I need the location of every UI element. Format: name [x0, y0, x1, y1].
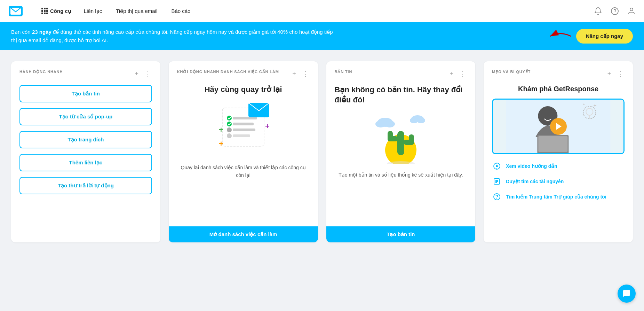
tips-link-video[interactable]: Xem video hướng dẫn: [492, 161, 625, 171]
notification-icon[interactable]: [593, 6, 604, 17]
newsletter-actions: + ⋮: [447, 70, 467, 78]
svg-point-11: [227, 116, 232, 120]
svg-text:+: +: [265, 122, 270, 131]
tips-links: Xem video hướng dẫn Duyệt tìm các tài ng…: [492, 161, 625, 202]
create-popup-btn[interactable]: Tạo từ cửa sổ pop-up: [19, 108, 152, 125]
header: Công cụ Liên lạc Tiếp thị qua email Báo …: [0, 0, 644, 22]
tips-header: MẸO VÀ BÍ QUYẾT + ⋮: [492, 70, 625, 78]
quick-actions-more-icon[interactable]: ⋮: [144, 70, 152, 78]
newsletter-title: BẢN TIN: [335, 70, 352, 74]
banner-text-part2: để dùng thử các tính năng cao cấp của ch…: [11, 29, 333, 43]
svg-rect-8: [233, 123, 254, 125]
create-autoresponder-btn[interactable]: Tạo thư trả lời tự động: [19, 177, 152, 194]
quick-actions-actions: + ⋮: [133, 70, 152, 78]
create-newsletter-btn[interactable]: Tạo bản tin: [19, 85, 152, 102]
checklist-header: KHỞI ĐỘNG NHANH DANH SÁCH VIỆC CẦN LÀM +…: [177, 70, 310, 78]
upgrade-banner: Bạn còn 23 ngày để dùng thử các tính năn…: [0, 22, 644, 50]
quick-actions-card: HÀNH ĐỘNG NHANH + ⋮ Tạo bản tin Tạo từ c…: [11, 61, 160, 242]
tips-card: MẸO VÀ BÍ QUYẾT + ⋮ Khám phá GetResponse: [484, 61, 633, 242]
banner-days: 23 ngày: [32, 29, 51, 35]
checklist-more-icon[interactable]: ⋮: [301, 70, 310, 78]
svg-rect-23: [388, 131, 393, 141]
tips-link-help[interactable]: Tìm kiếm Trung tâm Trợ giúp của chúng tô…: [492, 192, 625, 202]
chat-button[interactable]: [618, 285, 636, 303]
newsletter-add-icon[interactable]: +: [447, 70, 456, 78]
svg-rect-24: [409, 134, 414, 145]
tools-label: Công cụ: [50, 8, 71, 14]
grid-icon: [41, 8, 48, 14]
checklist-main-title: Hãy cùng quay trở lại: [177, 85, 310, 94]
svg-text:+: +: [219, 125, 223, 134]
tips-actions: + ⋮: [605, 70, 625, 78]
create-landing-page-btn[interactable]: Tạo trang đích: [19, 131, 152, 148]
svg-point-42: [496, 165, 498, 167]
header-divider: [30, 4, 30, 18]
svg-point-13: [227, 127, 232, 132]
svg-rect-9: [233, 129, 255, 131]
logo[interactable]: [7, 4, 24, 18]
user-icon[interactable]: [626, 6, 637, 17]
tips-link-help-label: Tìm kiếm Trung tâm Trợ giúp của chúng tô…: [506, 194, 606, 200]
play-button[interactable]: [550, 118, 567, 135]
logo-icon: [9, 6, 23, 16]
checklist-illustration: + + +: [177, 101, 310, 157]
play-triangle-icon: [556, 123, 562, 130]
svg-point-2: [611, 8, 618, 15]
upgrade-button[interactable]: Nâng cấp ngay: [576, 29, 633, 44]
banner-text: Bạn còn 23 ngày để dùng thử các tính năn…: [11, 28, 333, 45]
tips-link-video-label: Xem video hướng dẫn: [506, 163, 557, 169]
svg-text:✦: ✦: [583, 102, 586, 106]
svg-point-12: [227, 122, 232, 126]
nav-links: Liên lạc Tiếp thị qua email Báo cáo: [77, 0, 198, 22]
newsletter-illustration: [335, 112, 467, 164]
newsletter-more-icon[interactable]: ⋮: [459, 70, 467, 78]
quick-actions-title: HÀNH ĐỘNG NHANH: [19, 70, 63, 74]
header-nav: Công cụ Liên lạc Tiếp thị qua email Báo …: [36, 0, 593, 22]
checklist-actions: + ⋮: [290, 70, 310, 78]
svg-point-50: [496, 198, 497, 199]
banner-text-part1: Bạn còn: [11, 29, 32, 35]
nav-link-lien-lac[interactable]: Liên lạc: [77, 0, 109, 22]
svg-text:+: +: [219, 139, 223, 148]
svg-point-14: [227, 133, 232, 138]
tools-menu[interactable]: Công cụ: [36, 0, 77, 22]
svg-point-4: [630, 8, 633, 11]
nav-link-tiep-thi[interactable]: Tiếp thị qua email: [109, 0, 164, 22]
newsletter-desc: Tạo một bản tin và số liệu thống kê sẽ x…: [335, 171, 467, 179]
svg-rect-10: [233, 134, 250, 137]
help-center-icon: [492, 192, 502, 202]
newsletter-header: BẢN TIN + ⋮: [335, 70, 467, 78]
add-contact-btn[interactable]: Thêm liên lạc: [19, 154, 152, 171]
checklist-desc: Quay lại danh sách việc cần làm và thiết…: [177, 164, 310, 179]
checklist-card: KHỞI ĐỘNG NHANH DANH SÁCH VIỆC CẦN LÀM +…: [169, 61, 318, 242]
resources-icon: [492, 177, 502, 186]
header-right: [593, 6, 637, 17]
quick-actions-list: Tạo bản tin Tạo từ cửa sổ pop-up Tạo tra…: [19, 85, 152, 194]
tips-more-icon[interactable]: ⋮: [616, 70, 625, 78]
quick-actions-header: HÀNH ĐỘNG NHANH + ⋮: [19, 70, 152, 78]
checklist-title: KHỞI ĐỘNG NHANH DANH SÁCH VIỆC CẦN LÀM: [177, 70, 279, 74]
svg-point-27: [375, 120, 386, 127]
tips-title: MẸO VÀ BÍ QUYẾT: [492, 70, 531, 74]
newsletter-card: BẢN TIN + ⋮ Bạn không có bản tin. Hãy th…: [326, 61, 476, 242]
svg-point-31: [417, 118, 425, 123]
main-content: HÀNH ĐỘNG NHANH + ⋮ Tạo bản tin Tạo từ c…: [0, 50, 644, 242]
svg-point-28: [384, 120, 395, 127]
help-icon[interactable]: [609, 6, 620, 17]
tips-link-resources-label: Duyệt tìm các tài nguyên: [506, 179, 564, 184]
tips-video-thumbnail: ✦ ✦: [492, 99, 625, 154]
checklist-add-icon[interactable]: +: [290, 70, 299, 78]
checklist-cta-btn[interactable]: Mở danh sách việc cần làm: [169, 226, 318, 242]
nav-link-bao-cao[interactable]: Báo cáo: [164, 0, 197, 22]
svg-text:✦: ✦: [593, 103, 597, 108]
video-guide-icon: [492, 161, 502, 171]
tips-link-resources[interactable]: Duyệt tìm các tài nguyên: [492, 177, 625, 186]
svg-rect-20: [397, 131, 404, 155]
newsletter-main-title: Bạn không có bản tin. Hãy thay đổi điều …: [335, 85, 467, 105]
quick-actions-add-icon[interactable]: +: [133, 70, 141, 78]
tips-main-title: Khám phá GetResponse: [492, 85, 625, 93]
tips-add-icon[interactable]: +: [605, 70, 613, 78]
svg-rect-35: [539, 136, 568, 152]
newsletter-cta-btn[interactable]: Tạo bản tin: [326, 226, 476, 242]
